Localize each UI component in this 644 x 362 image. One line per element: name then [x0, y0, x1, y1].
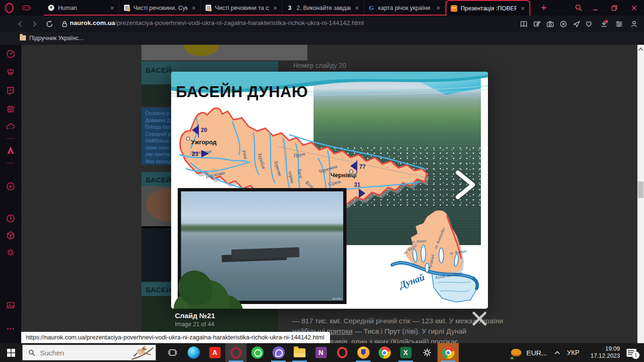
currency-ticker[interactable]: EUR...	[526, 349, 547, 357]
tray-date: 17.12.2023	[586, 353, 620, 360]
flag-number: 20	[201, 127, 207, 133]
site-security-lock-icon[interactable]	[59, 19, 70, 29]
reload-button[interactable]	[44, 19, 55, 29]
adblock-icon[interactable]	[558, 19, 569, 29]
taskbar-app-operagx[interactable]	[225, 343, 247, 362]
tab-close-icon[interactable]: ×	[272, 5, 278, 11]
body-text-rest: — Тиса і Прут (ліві). У гирлі Дунай	[353, 327, 467, 335]
search-icon	[28, 349, 35, 356]
scrollbar-thumb[interactable]	[638, 181, 644, 198]
bookmark-folder-icon	[20, 35, 26, 41]
naurok-favicon	[450, 5, 457, 12]
gx-mods-chip-icon[interactable]	[6, 104, 16, 114]
tab-karta-richok[interactable]: G карта річок україни – ×	[364, 0, 446, 16]
tab-close-icon[interactable]: ×	[436, 5, 441, 11]
file-explorer-icon	[294, 348, 305, 357]
url-field[interactable]: naurok.com.ua/prezentaciya-poverhnevi-vo…	[70, 19, 494, 26]
sidebar-more-dots-icon[interactable]	[6, 324, 16, 334]
tab-close-icon[interactable]: ×	[520, 5, 526, 12]
tab-close-icon[interactable]: ×	[109, 5, 115, 11]
bookmark-item[interactable]: Підручник Українс...	[29, 35, 83, 41]
tab-label: 2. Виконайте завдання	[297, 5, 351, 11]
currency-widget-icon[interactable]	[511, 349, 521, 356]
search-input[interactable]	[39, 348, 116, 357]
taskbar-app-acrobat[interactable]: A	[204, 343, 225, 362]
notification-center-icon[interactable]: 1	[627, 349, 636, 357]
back-button[interactable]	[15, 19, 25, 29]
taskbar-app-chrome-alert[interactable]	[438, 343, 459, 362]
close-window-button[interactable]	[627, 0, 641, 16]
tab-close-icon[interactable]: ×	[354, 5, 360, 11]
sidebar-divider	[7, 138, 15, 139]
tab-human[interactable]: Human ×	[44, 0, 119, 16]
gx-cleaner-icon[interactable]	[6, 67, 16, 77]
start-button[interactable]	[0, 343, 22, 362]
flag-number: 31	[354, 181, 361, 188]
restore-button[interactable]	[607, 0, 621, 16]
cloud-gaming-icon[interactable]	[6, 122, 16, 132]
forward-button[interactable]	[29, 19, 40, 29]
slide-thumb-top[interactable]	[141, 45, 307, 60]
screenshot-camera-icon[interactable]	[545, 19, 555, 29]
lightbox-close-icon[interactable]	[470, 309, 489, 328]
taskbar-app-chrome[interactable]	[374, 343, 395, 362]
scroll-up-icon[interactable]	[637, 46, 644, 53]
snapshot-edit-icon[interactable]	[532, 19, 542, 29]
tab-label: Human	[58, 5, 106, 11]
google-favicon: G	[368, 4, 375, 11]
taskbar-app-viber[interactable]	[268, 343, 289, 362]
tab-vykonaite-zavdannia[interactable]: 3 2. Виконайте завдання ×	[282, 0, 364, 16]
media-image-icon[interactable]	[6, 300, 16, 310]
tab-strip: Human × Чисті речовини. Суміш × Чисті ре…	[44, 0, 530, 16]
share-icon[interactable]	[571, 19, 582, 29]
tab-chysti-rechovyny-1[interactable]: Чисті речовини. Суміш ×	[119, 0, 201, 16]
profile-icon[interactable]	[629, 19, 639, 29]
danube-label: Дунай	[397, 272, 426, 291]
tab-chysti-rechovyny-2[interactable]: Чисті речовини та сум ×	[201, 0, 282, 16]
thumb-yellow-shape	[184, 45, 219, 56]
gx-corner-icon[interactable]	[22, 4, 31, 11]
lightbox-slide[interactable]: БАСЕЙН ДУНАЮ	[171, 72, 488, 309]
taskbar-app-excel[interactable]: X	[395, 343, 416, 362]
danube-delta-map: оз. Ялпуг оз. Кагул оз. Кугурлуй оз. Кат…	[390, 207, 482, 304]
taskbar-app-edge[interactable]	[183, 343, 204, 362]
taskbar-search-box[interactable]	[22, 345, 156, 361]
gx-games-logo-icon[interactable]	[6, 145, 16, 155]
minimize-button[interactable]	[588, 0, 603, 16]
downloads-icon[interactable]	[599, 19, 609, 29]
player-icon[interactable]	[6, 181, 16, 191]
task-view-button[interactable]	[162, 343, 183, 362]
tray-clock[interactable]: 19:09 17.12.2023	[586, 346, 620, 360]
search-tabs-icon[interactable]	[571, 0, 586, 16]
tray-expand-chevron-icon[interactable]	[554, 350, 561, 355]
city-label: Чернівці	[330, 172, 356, 179]
tab-close-icon[interactable]: ×	[191, 5, 197, 11]
opera-menu-button[interactable]	[5, 3, 14, 13]
city-dot-uzhhorod	[187, 137, 190, 140]
speed-dial-icon[interactable]	[6, 49, 16, 59]
extensions-cube-icon[interactable]	[6, 230, 16, 240]
page-scrollbar[interactable]	[637, 45, 644, 343]
language-indicator[interactable]: УКР	[567, 349, 579, 356]
bird-widget-icon[interactable]	[130, 346, 155, 361]
slide-title: БАСЕЙН ДУНАЮ	[176, 83, 308, 101]
taskbar-app-settings[interactable]	[416, 343, 438, 362]
taskbar-app-explorer[interactable]	[289, 343, 310, 362]
settings-sliders-icon[interactable]	[614, 19, 624, 29]
settings-gear-icon[interactable]	[6, 247, 16, 257]
new-tab-button[interactable]	[537, 0, 551, 16]
image-counter: Image 21 of 44	[175, 321, 215, 328]
taskbar-app-avast[interactable]	[353, 343, 374, 362]
tab-prezentaciya-active[interactable]: Презентація :ПОВЕРХН ×	[446, 0, 530, 16]
favorites-heart-icon[interactable]	[584, 19, 594, 29]
twitch-icon[interactable]	[6, 86, 16, 96]
taskbar-app-onenote[interactable]: N	[310, 343, 331, 362]
opera-gx-icon	[231, 347, 241, 359]
taskbar-app-opera[interactable]	[331, 343, 353, 362]
next-slide-arrow[interactable]	[453, 169, 478, 201]
taskbar-app-whatsapp[interactable]	[247, 343, 268, 362]
url-path: /prezentaciya-poverhnevi-vodi-ukra-ni-za…	[115, 19, 363, 26]
history-clock-icon[interactable]	[6, 214, 16, 223]
reading-list-icon[interactable]	[519, 19, 529, 29]
lightbox-caption: Слайд №21 Image 21 of 44	[175, 312, 215, 328]
